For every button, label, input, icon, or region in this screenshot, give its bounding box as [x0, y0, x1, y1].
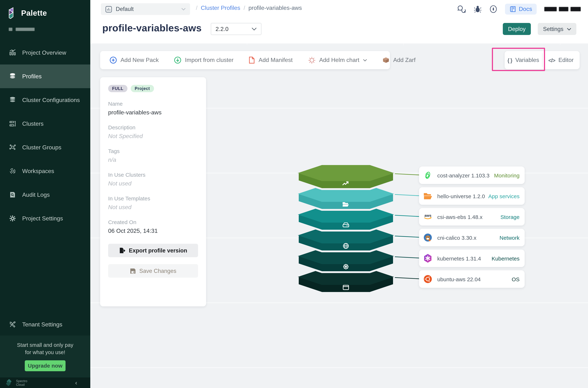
editor-tab[interactable]: </> Editor: [542, 51, 580, 69]
sidebar-item-cluster-configurations[interactable]: Cluster Configurations: [0, 88, 90, 112]
settings-button[interactable]: Settings: [538, 23, 576, 35]
pack-row-cost-analyzer[interactable]: cost-analyzer 1.103.3 Monitoring: [419, 167, 525, 184]
orbit-icon: [9, 168, 16, 174]
tools-icon: [9, 321, 16, 328]
sidebar-item-profiles[interactable]: Profiles: [0, 65, 90, 88]
breadcrumb: / Cluster Profiles / profile-variables-a…: [196, 5, 302, 11]
profile-scope-badge: Project: [131, 85, 154, 92]
save-floppy-icon: [130, 268, 136, 274]
export-profile-version-button[interactable]: Export profile version: [108, 244, 198, 257]
version-value: 2.2.0: [216, 26, 228, 32]
add-helm-chart-button[interactable]: Add Helm chart: [308, 56, 367, 64]
palette-logo-icon: [8, 7, 18, 19]
sidebar: Palette Project Overview Profiles: [0, 0, 90, 388]
save-button-label: Save Changes: [139, 267, 176, 274]
version-selector[interactable]: 2.2.0: [211, 23, 261, 35]
sidebar-item-label: Audit Logs: [22, 192, 50, 198]
sidebar-item-cluster-groups[interactable]: Cluster Groups: [0, 136, 90, 159]
view-toggle: { } Variables </> Editor: [505, 51, 580, 69]
sidebar-item-tenant-settings[interactable]: Tenant Settings: [0, 313, 90, 336]
field-description: Description Not Specified: [108, 124, 198, 140]
header-actions: Docs: [457, 4, 588, 15]
field-created-on: Created On 06 Oct 2025, 14:31: [108, 219, 198, 234]
chevron-down-icon: [251, 27, 257, 31]
docs-button[interactable]: Docs: [505, 4, 537, 15]
pack-name: hello-universe 1.2.0: [437, 193, 485, 199]
add-helm-chart-label: Add Helm chart: [319, 57, 359, 63]
sidebar-item-label: Tenant Settings: [22, 321, 63, 328]
sidebar-item-audit-logs[interactable]: Audit Logs: [0, 183, 90, 207]
project-selector[interactable]: Default: [101, 3, 190, 15]
pack-row-csi-aws-ebs[interactable]: aws csi-aws-ebs 1.48.x Storage: [419, 208, 525, 225]
upgrade-text-line1: Start small and only pay: [17, 342, 73, 348]
variables-tab[interactable]: { } Variables: [505, 51, 542, 69]
book-icon: [510, 6, 516, 12]
breadcrumb-slash: /: [244, 5, 245, 11]
sidebar-item-label: Profiles: [22, 73, 42, 80]
variables-tab-label: Variables: [515, 57, 539, 63]
sidebar-item-label: Project Overview: [22, 49, 66, 56]
pack-row-ubuntu-aws[interactable]: ubuntu-aws 22.04 OS: [419, 270, 525, 288]
pack-row-cni-calico[interactable]: cni-calico 3.30.x Network: [419, 229, 525, 246]
pack-name: csi-aws-ebs 1.48.x: [437, 214, 482, 220]
ubuntu-icon: [423, 275, 432, 283]
stack-layer-monitoring[interactable]: [298, 165, 394, 189]
export-file-icon: [119, 247, 125, 254]
kubernetes-hex-icon: [423, 254, 432, 263]
add-new-pack-button[interactable]: Add New Pack: [110, 56, 159, 64]
pack-name: cost-analyzer 1.103.3: [437, 172, 490, 178]
field-in-use-templates: In Use Templates Not used: [108, 195, 198, 211]
deploy-button[interactable]: Deploy: [503, 23, 531, 35]
breadcrumb-slash: /: [196, 5, 198, 11]
sidebar-item-clusters[interactable]: Clusters: [0, 112, 90, 136]
add-manifest-button[interactable]: Add Manifest: [249, 56, 293, 64]
add-zarf-button[interactable]: Add Zarf: [382, 57, 416, 63]
layers-icon: [9, 73, 16, 80]
spectro-cloud-logo-icon: [5, 379, 13, 387]
pack-name: kubernetes 1.31.4: [437, 255, 481, 261]
upgrade-banner: Start small and only pay for what you us…: [0, 336, 90, 377]
download-circle-icon: [174, 56, 181, 64]
project-selector-value: Default: [116, 6, 134, 12]
bug-report-icon[interactable]: [474, 5, 482, 13]
add-new-pack-label: Add New Pack: [120, 57, 159, 63]
sidebar-item-label: Cluster Groups: [22, 144, 61, 151]
project-chart-icon: [105, 6, 112, 13]
chevron-down-icon: [181, 8, 186, 11]
pack-row-hello-universe[interactable]: hello-universe 1.2.0 App services: [419, 187, 525, 205]
pack-name: ubuntu-aws 22.04: [437, 276, 481, 282]
spectro-cloud-wordmark: Spectro Cloud: [16, 379, 27, 386]
sidebar-item-label: Project Settings: [22, 215, 63, 222]
feedback-chat-icon[interactable]: [457, 5, 466, 13]
sidebar-item-workspaces[interactable]: Workspaces: [0, 159, 90, 183]
sidebar-item-label: Workspaces: [22, 168, 54, 174]
top-header: Default / Cluster Profiles / profile-var…: [90, 0, 588, 43]
calico-cat-icon: [423, 233, 432, 242]
redacted-username[interactable]: [544, 6, 581, 12]
field-name: Name profile-variables-aws: [108, 100, 198, 116]
breadcrumb-link-cluster-profiles[interactable]: Cluster Profiles: [201, 5, 240, 11]
sidebar-item-project-settings[interactable]: Project Settings: [0, 207, 90, 230]
field-tags: Tags n/a: [108, 148, 198, 163]
field-in-use-clusters: In Use Clusters Not used: [108, 171, 198, 187]
import-from-cluster-button[interactable]: Import from cluster: [174, 56, 234, 64]
sidebar-collapse-icon[interactable]: ‹: [75, 379, 85, 386]
pack-category: Storage: [500, 214, 520, 220]
sidebar-item-label: Cluster Configurations: [22, 97, 80, 103]
chart-icon: [9, 49, 16, 56]
pack-category: Network: [499, 234, 520, 241]
settings-button-label: Settings: [543, 26, 564, 32]
import-from-cluster-label: Import from cluster: [185, 57, 234, 63]
code-icon: </>: [548, 57, 555, 63]
brand-name: Palette: [21, 9, 47, 18]
editor-tab-label: Editor: [558, 57, 574, 63]
save-changes-button[interactable]: Save Changes: [108, 264, 198, 278]
main-content: Add New Pack Import from cluster Add Man…: [90, 43, 588, 388]
help-compass-icon[interactable]: [489, 5, 497, 13]
gear-icon: [9, 215, 16, 222]
sidebar-item-project-overview[interactable]: Project Overview: [0, 41, 90, 65]
sidebar-footer: Spectro Cloud ‹: [0, 377, 90, 388]
pack-row-kubernetes[interactable]: kubernetes 1.31.4 Kubernetes: [419, 250, 525, 267]
upgrade-now-button[interactable]: Upgrade now: [25, 360, 66, 371]
kubecost-icon: [424, 171, 432, 180]
